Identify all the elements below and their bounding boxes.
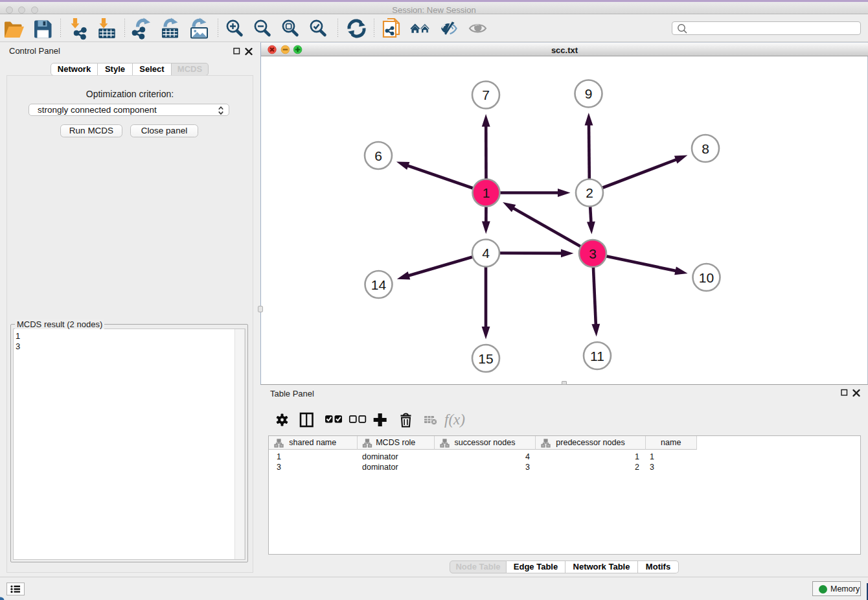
svg-text:1: 1 xyxy=(483,185,490,200)
svg-text:3: 3 xyxy=(589,246,597,261)
svg-text:15: 15 xyxy=(478,351,493,366)
svg-text:4: 4 xyxy=(482,246,490,260)
svg-text:f(x): f(x) xyxy=(444,411,465,428)
svg-text:8: 8 xyxy=(702,141,709,156)
svg-text:6: 6 xyxy=(374,148,382,163)
svg-text:2: 2 xyxy=(586,185,593,200)
svg-text:10: 10 xyxy=(699,270,714,285)
svg-text:9: 9 xyxy=(585,86,593,101)
svg-text:7: 7 xyxy=(482,87,490,102)
svg-text:14: 14 xyxy=(371,277,387,292)
svg-text:11: 11 xyxy=(590,349,604,363)
